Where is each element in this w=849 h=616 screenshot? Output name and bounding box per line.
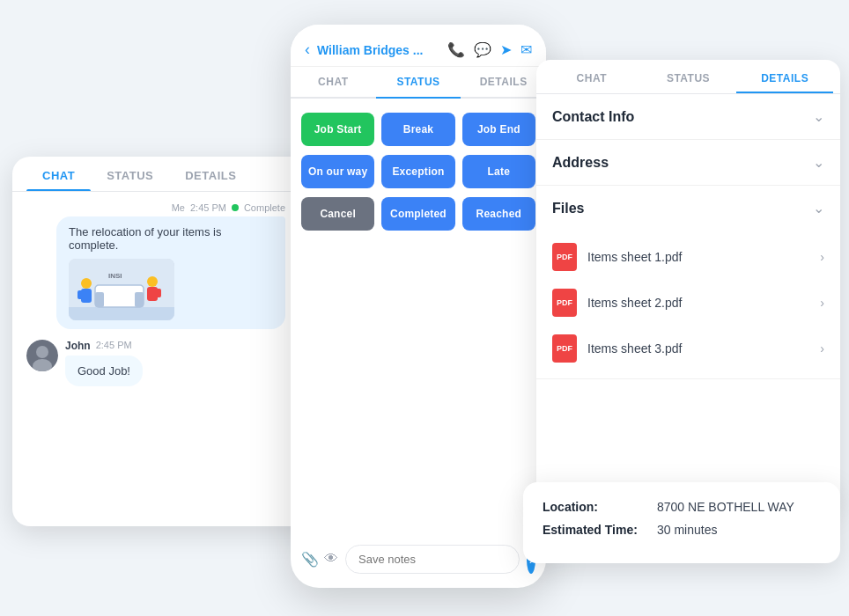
chat-john-bubble: Good Job! xyxy=(65,356,143,386)
chat-other-meta: John 2:45 PM xyxy=(65,340,143,352)
notes-input[interactable] xyxy=(345,545,520,574)
break-button[interactable]: Break xyxy=(381,113,454,146)
files-list: PDF Items sheet 1.pdf › PDF Items sheet … xyxy=(536,231,840,378)
status-dot xyxy=(232,204,239,211)
svg-rect-3 xyxy=(95,292,104,307)
phone-tabs: CHAT STATUS DETAILS xyxy=(291,67,546,99)
phone-action-icons: 📞 💬 ➤ ✉ xyxy=(447,41,532,58)
chat-image: INSI xyxy=(69,259,174,320)
file-name-3: Items sheet 3.pdf xyxy=(587,341,809,356)
chat-time-john: 2:45 PM xyxy=(96,340,132,352)
svg-point-5 xyxy=(81,278,92,289)
file-chevron-1-icon: › xyxy=(820,250,824,264)
contact-name: William Bridges ... xyxy=(317,43,440,57)
chat-message-me: Me 2:45 PM Complete The relocation of yo… xyxy=(26,202,324,329)
phone-status-grid: Job Start Break Job End On our way Excep… xyxy=(291,99,546,245)
phone-tab-status[interactable]: STATUS xyxy=(376,67,461,99)
chat-body: Me 2:45 PM Complete The relocation of yo… xyxy=(12,192,338,517)
file-chevron-3-icon: › xyxy=(820,341,824,356)
exception-button[interactable]: Exception xyxy=(381,155,454,188)
pdf-icon-3: PDF xyxy=(552,334,577,363)
tab-details[interactable]: DETAILS xyxy=(169,157,252,191)
files-chevron-icon: ⌄ xyxy=(813,200,824,216)
svg-rect-1 xyxy=(69,307,174,320)
estimated-time-value: 30 minutes xyxy=(657,523,717,537)
file-item-2[interactable]: PDF Items sheet 2.pdf › xyxy=(536,280,840,326)
chat-me-meta: Me 2:45 PM Complete xyxy=(56,202,285,213)
chat-panel: CHAT STATUS DETAILS Me 2:45 PM Complete … xyxy=(12,157,338,526)
phone-header: ‹ William Bridges ... 📞 💬 ➤ ✉ xyxy=(291,25,546,67)
file-item-1[interactable]: PDF Items sheet 1.pdf › xyxy=(536,234,840,280)
details-tab-chat[interactable]: CHAT xyxy=(543,60,640,93)
notes-icons: 📎 👁 xyxy=(301,551,338,568)
location-card: Location: 8700 NE BOTHELL WAY Estimated … xyxy=(523,482,840,563)
files-header[interactable]: Files ⌄ xyxy=(536,186,840,231)
estimated-time-label: Estimated Time: xyxy=(543,523,657,537)
chat-john-text: Good Job! xyxy=(78,364,130,378)
contact-info-title: Contact Info xyxy=(552,109,634,125)
tab-chat[interactable]: CHAT xyxy=(26,157,91,191)
phone-email-icon[interactable]: ✉ xyxy=(520,41,532,58)
chat-me-bubble: The relocation of your items is complete… xyxy=(56,216,285,329)
svg-rect-4 xyxy=(135,292,144,307)
phone-tab-details[interactable]: DETAILS xyxy=(461,67,546,97)
chat-sender-john: John xyxy=(65,340,91,352)
chat-message-john: John 2:45 PM Good Job! xyxy=(26,340,324,386)
details-tab-status[interactable]: STATUS xyxy=(640,60,737,93)
on-our-way-button[interactable]: On our way xyxy=(301,155,374,188)
details-panel: CHAT STATUS DETAILS Contact Info ⌄ Addre… xyxy=(536,60,840,509)
phone-panel: ‹ William Bridges ... 📞 💬 ➤ ✉ CHAT STATU… xyxy=(291,25,546,588)
back-arrow-icon[interactable]: ‹ xyxy=(305,40,310,59)
svg-point-16 xyxy=(36,346,48,358)
chat-me-text: The relocation of your items is complete… xyxy=(69,225,273,252)
avatar-john xyxy=(26,340,58,371)
chat-panel-tabs: CHAT STATUS DETAILS xyxy=(12,157,338,192)
notes-bar: 📎 👁 › xyxy=(301,545,535,574)
address-chevron-icon: ⌄ xyxy=(813,154,824,171)
svg-text:INSI: INSI xyxy=(108,272,122,280)
cancel-button[interactable]: Cancel xyxy=(301,197,374,231)
address-title: Address xyxy=(552,155,609,171)
completed-button[interactable]: Completed xyxy=(381,197,454,231)
contact-info-section: Contact Info ⌄ xyxy=(536,94,840,140)
eye-icon[interactable]: 👁 xyxy=(324,551,338,568)
details-tab-details[interactable]: DETAILS xyxy=(736,60,833,93)
file-name-2: Items sheet 2.pdf xyxy=(587,296,809,310)
reached-button[interactable]: Reached xyxy=(462,197,535,231)
files-section: Files ⌄ PDF Items sheet 1.pdf › PDF Item… xyxy=(536,186,840,379)
file-item-3[interactable]: PDF Items sheet 3.pdf › xyxy=(536,326,840,371)
status-complete: Complete xyxy=(244,202,285,213)
chat-time-me: 2:45 PM xyxy=(190,202,226,213)
files-title: Files xyxy=(552,201,584,216)
attachment-icon[interactable]: 📎 xyxy=(301,551,319,568)
location-row: Location: 8700 NE BOTHELL WAY xyxy=(543,500,821,514)
late-button[interactable]: Late xyxy=(462,155,535,188)
svg-rect-7 xyxy=(78,290,83,299)
pdf-icon-1: PDF xyxy=(552,243,577,271)
moving-illustration: INSI xyxy=(69,259,174,320)
status-row-1: Job Start Break Job End xyxy=(301,113,535,146)
status-row-2: On our way Exception Late xyxy=(301,155,535,188)
job-end-button[interactable]: Job End xyxy=(462,113,535,146)
address-header[interactable]: Address ⌄ xyxy=(536,140,840,185)
phone-chat-icon[interactable]: 💬 xyxy=(474,41,491,58)
location-label: Location: xyxy=(543,500,657,514)
estimated-time-row: Estimated Time: 30 minutes xyxy=(543,523,821,537)
job-start-button[interactable]: Job Start xyxy=(301,113,374,146)
location-value: 8700 NE BOTHELL WAY xyxy=(657,500,794,514)
phone-tab-chat[interactable]: CHAT xyxy=(291,67,376,97)
svg-rect-10 xyxy=(156,289,161,297)
svg-point-8 xyxy=(147,276,158,287)
contact-info-header[interactable]: Contact Info ⌄ xyxy=(536,94,840,139)
tab-status[interactable]: STATUS xyxy=(91,157,169,191)
phone-location-icon[interactable]: ➤ xyxy=(500,41,512,58)
contact-info-chevron-icon: ⌄ xyxy=(813,108,824,125)
address-section: Address ⌄ xyxy=(536,140,840,186)
file-chevron-2-icon: › xyxy=(820,296,824,310)
file-name-1: Items sheet 1.pdf xyxy=(587,250,809,264)
details-tabs: CHAT STATUS DETAILS xyxy=(536,60,840,94)
pdf-icon-2: PDF xyxy=(552,289,577,317)
chat-sender-me: Me xyxy=(172,202,185,213)
status-row-3: Cancel Completed Reached xyxy=(301,197,535,231)
phone-call-icon[interactable]: 📞 xyxy=(447,41,465,58)
